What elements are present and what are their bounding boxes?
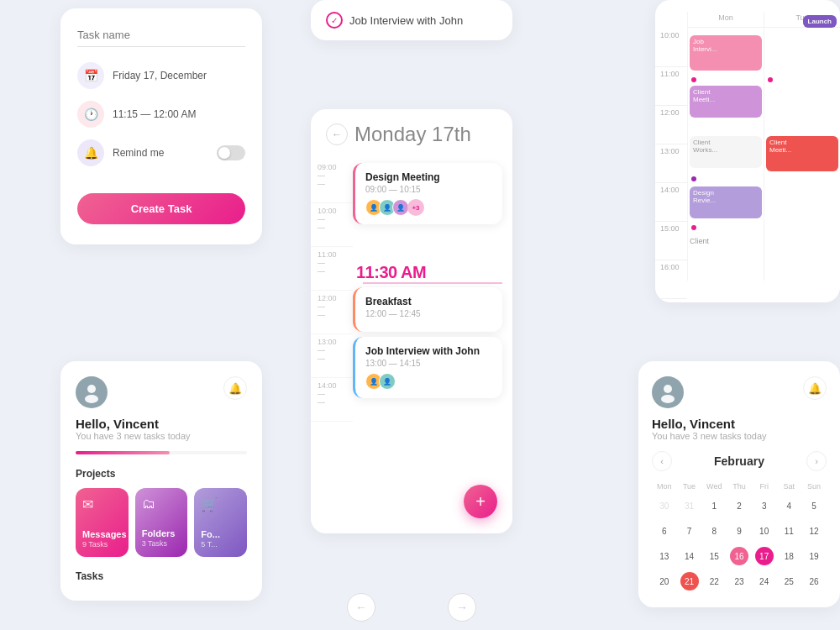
week-event-client-meet[interactable]: ClientMeeti... (690, 86, 762, 118)
event-job-interview-title: Job Interview with John (365, 345, 492, 357)
create-task-button[interactable]: Create Task (77, 193, 245, 224)
task-name-input[interactable] (77, 25, 245, 47)
schedule-body: 09:00—— 10:00—— 11:00—— 12:00—— 13:00—— … (311, 160, 512, 512)
cal-day-13[interactable]: 13 (652, 543, 677, 569)
cal-day-24[interactable]: 24 (752, 569, 777, 594)
job-interview-title: Job Interview with John (349, 14, 463, 27)
project-other[interactable]: 🛒 Fo... 5 T... (194, 488, 247, 557)
cal-day-15[interactable]: 15 (701, 543, 727, 569)
cal-day-1[interactable]: 1 (701, 493, 727, 518)
avatar-badge: +3 (407, 199, 424, 216)
current-time: 11:30 AM (356, 263, 502, 282)
schedule-back-button[interactable]: ← (326, 123, 348, 145)
cal-day-11[interactable]: 11 (777, 518, 802, 543)
cal-day-25[interactable]: 25 (777, 569, 802, 594)
dot-2 (691, 176, 696, 181)
event-design-meeting[interactable]: Design Meeting 09:00 — 10:15 👤 👤 👤 +3 (353, 163, 502, 224)
svg-point-3 (661, 395, 675, 403)
messages-sub: 9 Tasks (82, 540, 122, 549)
date-label: Friday 17, December (113, 70, 207, 81)
time-1200: 12:00 (655, 106, 687, 144)
cal-day-18[interactable]: 18 (777, 543, 802, 569)
cal-week-1: 30 31 1 2 3 4 5 (652, 493, 827, 518)
schedule-card: ← Monday 17th 09:00—— 10:00—— 11:00—— 12… (311, 109, 512, 533)
notification-bell-icon[interactable]: 🔔 (223, 376, 247, 400)
event-breakfast[interactable]: Breakfast 12:00 — 12:45 (353, 287, 502, 332)
cal-next-button[interactable]: › (806, 451, 827, 471)
cal-day-26[interactable]: 26 (801, 569, 827, 594)
sched-time-1100: 11:00—— (311, 247, 353, 291)
progress-fill (76, 451, 170, 454)
sched-time-1200: 12:00—— (311, 291, 353, 334)
avatar-ji-2: 👤 (379, 373, 396, 390)
hello-subtitle: You have 3 new tasks today (76, 431, 247, 441)
event-job-interview[interactable]: Job Interview with John 13:00 — 14:15 👤 … (353, 337, 502, 398)
event-design-meeting-avatars: 👤 👤 👤 +3 (365, 199, 492, 216)
sched-time-0900: 09:00—— (311, 160, 353, 203)
cal-day-21[interactable]: 21 (677, 569, 702, 594)
cal-week-3: 13 14 15 16 17 18 19 (652, 543, 827, 569)
week-event-client-meet-2[interactable]: ClientMeeti... (766, 136, 838, 171)
schedule-title: Monday 17th (354, 123, 471, 146)
event-breakfast-title: Breakfast (365, 296, 492, 307)
cal-day-12[interactable]: 12 (801, 518, 827, 543)
cal-day-2[interactable]: 2 (727, 493, 752, 518)
cal-day-7[interactable]: 7 (677, 518, 702, 543)
schedule-times: 09:00—— 10:00—— 11:00—— 12:00—— 13:00—— … (311, 160, 353, 422)
hello-header: 🔔 (76, 376, 247, 408)
cal-day-16[interactable]: 16 (727, 543, 752, 569)
schedule-header: ← Monday 17th (311, 123, 512, 160)
event-breakfast-time: 12:00 — 12:45 (365, 309, 492, 318)
cal-header-sat: Sat (777, 480, 802, 493)
cal-day-6[interactable]: 6 (652, 518, 677, 543)
time-1300: 13:00 (655, 144, 687, 183)
cal-day-31[interactable]: 31 (677, 493, 702, 518)
clock-icon: 🕐 (77, 101, 104, 128)
schedule-nav-back[interactable]: ← (347, 593, 375, 622)
cal-day-20[interactable]: 20 (652, 569, 677, 594)
time-1600: 16:00 (655, 260, 687, 299)
time-1400: 14:00 (655, 183, 687, 222)
cal-header-mon: Mon (652, 480, 677, 493)
time-row: 🕐 11:15 — 12:00 AM (77, 101, 245, 128)
week-event-design[interactable]: DesignRevie... (690, 186, 762, 218)
cal-day-17[interactable]: 17 (752, 543, 777, 569)
dot-3 (691, 225, 696, 230)
cal-day-22[interactable]: 22 (701, 569, 727, 594)
cal-day-8[interactable]: 8 (701, 518, 727, 543)
cal-day-30[interactable]: 30 (652, 493, 677, 518)
project-folders[interactable]: 🗂 Folders 3 Tasks (135, 488, 188, 557)
dot-4 (768, 77, 773, 82)
week-event-job[interactable]: JobIntervi... (690, 35, 762, 71)
week-event-client-works[interactable]: ClientWorks... (690, 136, 762, 168)
remind-toggle[interactable] (217, 145, 245, 160)
time-1000: 10:00 (655, 29, 687, 67)
hello-subtitle-2: You have 3 new tasks today (652, 431, 827, 441)
sched-time-1000: 10:00—— (311, 203, 353, 247)
cal-day-19[interactable]: 19 (801, 543, 827, 569)
fab-add-button[interactable]: + (464, 485, 497, 518)
notification-bell-icon-2[interactable]: 🔔 (803, 376, 827, 400)
svg-point-0 (87, 385, 96, 393)
other-icon: 🛒 (201, 496, 240, 512)
cal-day-10[interactable]: 10 (752, 518, 777, 543)
cal-day-14[interactable]: 14 (677, 543, 702, 569)
cal-header-tue: Tue (677, 480, 702, 493)
calendar-nav: ‹ February › (652, 451, 827, 471)
cal-day-3[interactable]: 3 (752, 493, 777, 518)
tasks-label: Tasks (76, 570, 247, 582)
cal-week-4: 20 21 22 23 24 25 26 (652, 569, 827, 594)
other-sub: 5 T... (201, 540, 240, 549)
schedule-nav-forward[interactable]: → (448, 593, 476, 622)
messages-icon: ✉ (82, 496, 122, 512)
svg-point-1 (85, 395, 98, 403)
cal-day-9[interactable]: 9 (727, 518, 752, 543)
cal-day-5[interactable]: 5 (801, 493, 827, 518)
cal-prev-button[interactable]: ‹ (652, 451, 672, 471)
project-messages[interactable]: ✉ Messages 9 Tasks (76, 488, 129, 557)
cal-day-4[interactable]: 4 (777, 493, 802, 518)
week-view-card: 10:00 11:00 12:00 13:00 14:00 15:00 16:0… (655, 0, 840, 302)
cal-week-2: 6 7 8 9 10 11 12 (652, 518, 827, 543)
current-time-row: 11:30 AM (353, 263, 502, 284)
cal-day-23[interactable]: 23 (727, 569, 752, 594)
